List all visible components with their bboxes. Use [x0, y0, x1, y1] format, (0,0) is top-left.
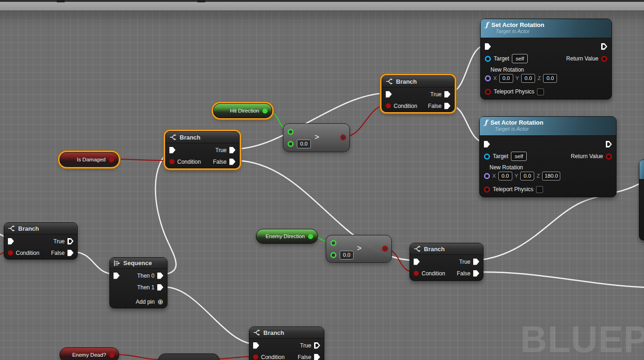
node-get-enemy-dead[interactable]: Enemy Dead? — [60, 347, 119, 360]
false-exec-pin[interactable] — [444, 103, 450, 109]
new-rotation-label: New Rotation — [490, 67, 611, 73]
teleport-label: Teleport Physics — [493, 186, 533, 193]
true-label: True — [54, 238, 65, 245]
condition-label: Condition — [394, 103, 417, 109]
rotation-pin[interactable] — [484, 173, 490, 179]
exec-in-pin[interactable] — [485, 43, 491, 50]
false-exec-pin[interactable] — [473, 270, 479, 277]
teleport-pin[interactable] — [484, 187, 490, 193]
condition-pin[interactable] — [414, 271, 419, 276]
teleport-checkbox[interactable] — [537, 88, 544, 95]
input-a-pin[interactable] — [288, 129, 294, 135]
wire-exec[interactable] — [476, 272, 644, 287]
wire-bool[interactable] — [112, 354, 164, 360]
node-partial-bottom[interactable] — [158, 353, 220, 360]
condition-pin[interactable] — [169, 159, 174, 164]
x-label: X — [493, 75, 497, 81]
add-pin-button[interactable]: Add pin ⊕ — [136, 298, 163, 305]
true-exec-pin[interactable] — [473, 259, 479, 265]
node-greater-enemy[interactable]: > 0.0 — [326, 235, 392, 263]
exec-in-pin[interactable] — [414, 259, 420, 265]
exec-in-pin[interactable] — [8, 238, 14, 245]
condition-pin[interactable] — [253, 354, 258, 360]
true-exec-pin[interactable] — [229, 147, 235, 153]
exec-out-pin[interactable] — [601, 43, 607, 50]
target-self-box[interactable]: self — [511, 152, 527, 161]
node-title: Set Actor Rotation — [490, 119, 543, 126]
condition-pin[interactable] — [8, 250, 13, 255]
exec-in-pin[interactable] — [169, 147, 175, 153]
node-get-hit-direction[interactable]: Hit Direction — [213, 103, 272, 118]
x-value-input[interactable]: 0.0 — [498, 172, 512, 180]
z-value-input[interactable]: 0.0 — [543, 74, 557, 83]
true-exec-pin[interactable] — [67, 238, 74, 245]
target-label: Target — [493, 153, 508, 160]
result-pin[interactable] — [340, 134, 346, 140]
false-label: False — [457, 270, 470, 277]
node-set-actor-rotation-2[interactable]: ƒ Set Actor Rotation Target is Actor Tar… — [479, 116, 617, 197]
z-value-input[interactable]: 180.0 — [542, 172, 560, 180]
y-value-input[interactable]: 0.0 — [520, 172, 534, 180]
node-branch-bottom[interactable]: Branch True Condition False — [249, 327, 324, 360]
output-pin[interactable] — [308, 234, 313, 239]
false-exec-pin[interactable] — [314, 354, 320, 360]
condition-label: Condition — [422, 270, 445, 277]
target-label: Target — [494, 55, 509, 62]
input-b-pin[interactable] — [288, 141, 294, 147]
teleport-pin[interactable] — [485, 89, 491, 95]
exec-out-pin[interactable] — [606, 141, 612, 147]
false-exec-pin[interactable] — [229, 159, 235, 165]
node-get-enemy-direction[interactable]: Enemy Direction — [256, 229, 318, 244]
node-branch-mid[interactable]: Branch True Condition False — [165, 131, 240, 168]
target-pin[interactable] — [484, 153, 490, 160]
exec-in-pin[interactable] — [386, 91, 392, 98]
output-pin[interactable] — [262, 108, 268, 113]
node-branch-top[interactable]: Branch True Condition False — [382, 75, 455, 112]
target-self-box[interactable]: self — [512, 54, 528, 63]
tab-remnant — [197, 0, 205, 2]
input-b-value[interactable]: 0.0 — [297, 140, 311, 148]
input-a-pin[interactable] — [330, 240, 336, 246]
result-pin[interactable] — [382, 246, 388, 252]
node-partial-right[interactable] — [639, 160, 644, 240]
condition-label: Condition — [261, 354, 285, 360]
return-value-pin[interactable] — [601, 56, 607, 62]
greater-than-symbol: > — [315, 133, 319, 142]
rotation-pin[interactable] — [485, 75, 491, 81]
return-value-pin[interactable] — [606, 153, 612, 160]
teleport-label: Teleport Physics — [494, 88, 534, 95]
input-b-pin[interactable] — [330, 252, 336, 258]
node-title: Sequence — [123, 260, 152, 267]
then1-exec-pin[interactable] — [157, 284, 163, 291]
wire-exec[interactable] — [163, 287, 256, 344]
node-title: Branch — [424, 246, 445, 253]
then1-label: Then 1 — [137, 284, 154, 291]
false-exec-pin[interactable] — [67, 250, 74, 256]
then0-exec-pin[interactable] — [157, 273, 163, 279]
z-label: Z — [537, 173, 540, 179]
true-exec-pin[interactable] — [314, 342, 320, 349]
node-set-actor-rotation-1[interactable]: ƒ Set Actor Rotation Target is Actor Tar… — [480, 19, 612, 100]
output-pin[interactable] — [109, 353, 114, 358]
input-b-value[interactable]: 0.0 — [340, 251, 354, 260]
variable-label: Enemy Direction — [266, 233, 305, 239]
exec-in-pin[interactable] — [114, 273, 120, 279]
node-branch-right[interactable]: Branch True Condition False — [409, 243, 483, 281]
y-value-input[interactable]: 0.0 — [521, 74, 535, 83]
target-pin[interactable] — [485, 56, 491, 62]
output-pin[interactable] — [109, 157, 114, 162]
node-branch-left[interactable]: Branch True Condition False — [4, 222, 78, 260]
branch-icon — [386, 78, 393, 85]
x-value-input[interactable]: 0.0 — [499, 74, 513, 83]
variable-label: Is Damaged — [77, 157, 106, 162]
condition-pin[interactable] — [386, 103, 391, 108]
node-get-is-damaged[interactable]: Is Damaged — [60, 152, 119, 167]
exec-in-pin[interactable] — [253, 342, 259, 349]
true-exec-pin[interactable] — [444, 91, 450, 98]
node-title: Branch — [263, 329, 284, 336]
exec-in-pin[interactable] — [484, 141, 490, 147]
wire-bool[interactable] — [110, 159, 169, 160]
teleport-checkbox[interactable] — [536, 186, 543, 193]
node-greater-hit[interactable]: > 0.0 — [283, 123, 350, 152]
node-sequence[interactable]: Sequence Then 0 Then 1 Add pin ⊕ — [109, 257, 168, 308]
